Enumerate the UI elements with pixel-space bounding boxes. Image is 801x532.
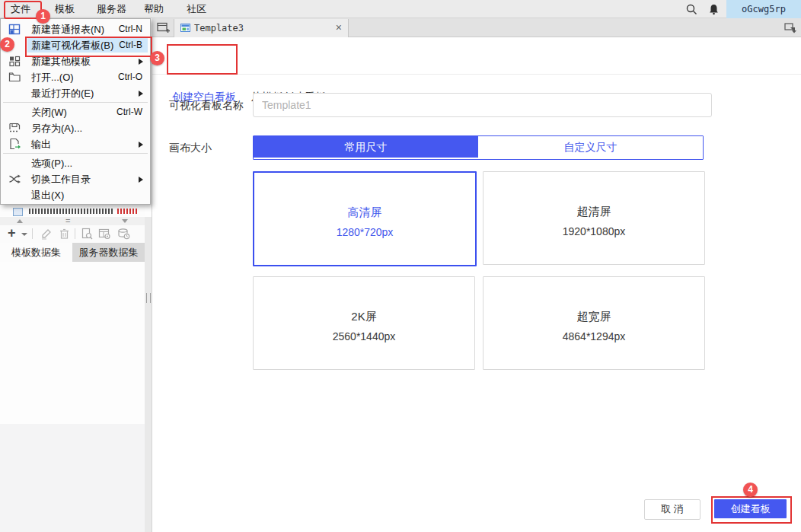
menu-item-new-dashboard[interactable]: 新建可视化看板(B) Ctrl-B (1, 37, 150, 53)
menu-item-switch-workspace[interactable]: 切换工作目录 (1, 171, 150, 187)
menu-file[interactable]: 文件 (11, 0, 30, 18)
menu-item-label: 新建其他模板 (31, 53, 91, 69)
menu-shortcut: Ctrl-O (118, 69, 142, 85)
annotation-step-1: 1 (36, 9, 50, 24)
menu-shortcut: Ctrl-W (116, 104, 142, 120)
menu-shortcut: Ctrl-B (119, 37, 142, 53)
menu-item-label: 打开...(O) (31, 69, 74, 85)
size-card-resolution: 1280*720px (254, 226, 475, 238)
file-menu-dropdown: 新建普通报表(N) Ctrl-N 新建可视化看板(B) Ctrl-B 新建其他模… (0, 18, 151, 205)
open-folder-icon (8, 71, 21, 84)
menu-item-label: 选项(P)... (31, 155, 72, 171)
menu-item-label: 切换工作目录 (31, 171, 91, 187)
delete-dataset-icon[interactable] (58, 228, 71, 241)
new-tab-icon[interactable] (157, 22, 171, 33)
tab-server-datasets[interactable]: 服务器数据集 (72, 243, 145, 262)
size-card-2k[interactable]: 2K屏 2560*1440px (253, 276, 475, 370)
size-card-title: 超宽屏 (483, 310, 704, 324)
mode-custom-size[interactable]: 自定义尺寸 (478, 136, 703, 158)
menu-server[interactable]: 服务器 (97, 0, 126, 18)
menu-item-open[interactable]: 打开...(O) Ctrl-O (1, 69, 150, 85)
panel-collapse-handle[interactable]: = (0, 217, 145, 225)
drag-handle-icon[interactable]: = (65, 217, 70, 225)
menu-item-options[interactable]: 选项(P)... (1, 155, 150, 171)
header-divider (152, 74, 801, 75)
user-account-chip[interactable]: oGcwg5rp (726, 0, 801, 18)
menu-item-exit[interactable]: 退出(X) (1, 187, 150, 203)
notification-bell-icon[interactable] (707, 3, 720, 16)
menu-template[interactable]: 模板 (55, 0, 75, 18)
tab-template-datasets[interactable]: 模板数据集 (0, 243, 72, 262)
dataset-settings-icon[interactable] (98, 228, 111, 241)
menu-help[interactable]: 帮助 (144, 0, 164, 18)
new-report-icon (8, 23, 21, 36)
size-card-hd[interactable]: 高清屏 1280*720px (253, 171, 477, 266)
submenu-arrow-icon (139, 142, 143, 148)
menu-item-recent[interactable]: 最近打开的(E) (1, 85, 150, 101)
size-card-ultrawide[interactable]: 超宽屏 4864*1294px (483, 276, 705, 370)
submenu-arrow-icon (139, 177, 143, 183)
menu-separator (3, 153, 148, 154)
size-card-resolution: 1920*1080px (483, 225, 704, 237)
mode-common-sizes[interactable]: 常用尺寸 (254, 136, 478, 158)
menu-item-new-other-template[interactable]: 新建其他模板 (1, 53, 150, 69)
menu-item-label: 输出 (31, 136, 51, 152)
annotation-step-4: 4 (743, 483, 758, 497)
toolbar-divider (32, 228, 33, 239)
clipped-tree-item (0, 203, 145, 216)
collapse-up-icon[interactable] (17, 219, 23, 223)
menu-item-export[interactable]: 输出 (1, 136, 150, 152)
switch-workspace-icon (8, 173, 21, 186)
edit-dataset-icon[interactable] (40, 228, 53, 241)
add-dataset-button[interactable]: + (8, 225, 16, 242)
tab-title: Template3 (194, 19, 244, 37)
menu-separator (3, 102, 148, 103)
close-tab-icon[interactable]: × (336, 19, 342, 37)
menu-item-new-report[interactable]: 新建普通报表(N) Ctrl-N (1, 21, 150, 37)
menu-item-label: 关闭(W) (31, 104, 67, 120)
illegible-text (29, 209, 114, 214)
preview-dataset-icon[interactable] (81, 228, 94, 241)
menu-item-save-as[interactable]: 另存为(A)... (1, 120, 150, 136)
collapse-down-icon[interactable] (122, 219, 128, 223)
workspace-tabbar: Template3 × (152, 18, 801, 37)
size-card-resolution: 4864*1294px (483, 330, 704, 342)
size-card-title: 2K屏 (254, 310, 474, 324)
submenu-arrow-icon (139, 59, 143, 65)
size-card-fullhd[interactable]: 超清屏 1920*1080px (483, 171, 705, 265)
server-dataset-icon[interactable] (117, 228, 130, 241)
menu-shortcut: Ctrl-N (119, 21, 142, 37)
splitter-grip-icon[interactable] (146, 293, 151, 303)
size-card-title: 高清屏 (254, 205, 475, 220)
annotation-step-2: 2 (0, 37, 14, 52)
canvas-size-label: 画布大小 (169, 142, 212, 155)
panel-splitter[interactable] (145, 217, 152, 532)
submenu-arrow-icon (139, 91, 143, 97)
search-icon[interactable] (685, 3, 698, 16)
menu-item-label: 另存为(A)... (31, 120, 82, 136)
size-card-resolution: 2560*1440px (254, 330, 474, 342)
dashboard-name-label: 可视化看板名称 (169, 99, 244, 113)
size-card-title: 超清屏 (483, 205, 704, 219)
tab-template3[interactable]: Template3 × (174, 19, 349, 37)
panel-lower-area (0, 424, 145, 532)
dashboard-name-input[interactable] (253, 93, 712, 117)
toolbar-divider (75, 228, 75, 239)
cancel-button[interactable]: 取 消 (644, 499, 700, 520)
other-templates-icon (8, 55, 21, 68)
template-file-icon (180, 24, 190, 32)
create-dashboard-button[interactable]: 创建看板 (714, 499, 787, 518)
menu-item-label: 新建普通报表(N) (31, 21, 104, 37)
canvas-size-mode-switch: 常用尺寸 自定义尺寸 (253, 135, 704, 160)
dataset-toolbar: + (0, 225, 145, 243)
menu-item-close[interactable]: 关闭(W) Ctrl-W (1, 104, 150, 120)
tree-item-icon (13, 208, 23, 216)
save-as-icon (8, 122, 21, 135)
menubar: 文件 模板 服务器 帮助 社区 oGcwg5rp (0, 0, 801, 18)
menu-community[interactable]: 社区 (187, 0, 206, 18)
dock-layout-icon[interactable] (784, 23, 797, 33)
create-dashboard-dialog: 创建空白看板 从模板创建看板 可视化看板名称 画布大小 常用尺寸 自定义尺寸 高… (152, 37, 801, 532)
illegible-red-text (117, 209, 139, 214)
add-dataset-caret-icon[interactable] (21, 233, 27, 236)
export-icon (8, 138, 21, 151)
